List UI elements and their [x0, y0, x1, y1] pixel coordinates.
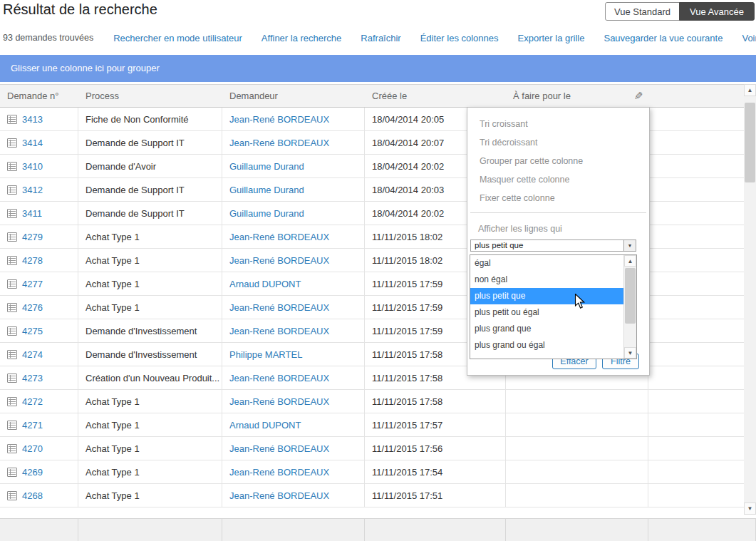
scrollbar-thumb[interactable] [745, 103, 755, 182]
request-form-icon [7, 491, 17, 500]
operator-option[interactable]: plus petit ou égal [470, 304, 624, 321]
column-header[interactable]: Demandeur [222, 85, 365, 107]
row-filler [648, 413, 744, 436]
cell-process: Achat Type 1 [78, 225, 222, 248]
request-number-link[interactable]: 4278 [22, 255, 43, 266]
requester-link[interactable]: Arnaud DUPONT [229, 279, 301, 289]
operator-option[interactable]: plus petit que [470, 288, 624, 304]
column-header[interactable]: À faire pour le [506, 85, 648, 107]
cell-created: 11/11/2015 17:58 [365, 390, 506, 413]
requester-link[interactable]: Jean-René BORDEAUX [229, 467, 329, 478]
header-filler [648, 85, 756, 107]
menu-item[interactable]: Fixer cette colonne [467, 189, 649, 207]
row-filler [648, 366, 744, 389]
request-number-link[interactable]: 4270 [22, 443, 43, 454]
cell-request-number: 3411 [0, 202, 78, 225]
table-row[interactable]: 4269Achat Type 1Jean-René BORDEAUX11/11/… [0, 460, 744, 484]
dropdown-scroll-down-icon[interactable]: ▼ [624, 347, 636, 359]
vertical-scrollbar[interactable]: ▲ ▼ [744, 84, 756, 515]
requester-link[interactable]: Philippe MARTEL [229, 349, 302, 360]
request-number-link[interactable]: 4276 [22, 302, 43, 313]
requester-link[interactable]: Jean-René BORDEAUX [229, 326, 329, 336]
toolbar-link[interactable]: Éditer les colonnes [420, 33, 499, 43]
requester-link[interactable]: Guillaume Durand [229, 161, 304, 172]
menu-item[interactable]: Grouper par cette colonne [467, 152, 649, 170]
toolbar-link[interactable]: Sauvegarder la vue courante [604, 33, 723, 43]
vue-avancee-button[interactable]: Vue Avancée [679, 2, 755, 21]
request-form-icon [7, 256, 17, 265]
vue-standard-button[interactable]: Vue Standard [605, 2, 680, 21]
row-filler [648, 131, 744, 154]
toolbar-link[interactable]: Exporter la grille [518, 33, 585, 43]
table-row[interactable]: 4270Achat Type 1Jean-René BORDEAUX11/11/… [0, 437, 744, 460]
toolbar-link[interactable]: Affiner la recherche [262, 33, 342, 43]
requester-link[interactable]: Arnaud DUPONT [229, 420, 301, 431]
grid-header: Demande n°ProcessDemandeurCréée leÀ fair… [0, 84, 756, 108]
request-number-link[interactable]: 4272 [22, 396, 43, 407]
table-row[interactable]: 4272Achat Type 1Jean-René BORDEAUX11/11/… [0, 390, 744, 413]
requester-link[interactable]: Jean-René BORDEAUX [229, 490, 329, 501]
requester-link[interactable]: Jean-René BORDEAUX [229, 232, 329, 242]
footer-cell [365, 519, 506, 541]
dropdown-scroll-up-icon[interactable]: ▲ [624, 255, 636, 267]
request-number-link[interactable]: 3414 [22, 138, 43, 148]
scroll-up-icon[interactable]: ▲ [744, 84, 756, 96]
group-drop-zone[interactable]: Glisser une colonne ici pour grouper [0, 55, 756, 82]
table-row[interactable]: 4271Achat Type 1Arnaud DUPONT11/11/2015 … [0, 413, 744, 437]
request-number-link[interactable]: 4274 [22, 349, 43, 360]
row-filler [648, 178, 744, 201]
column-header[interactable]: Créée le [365, 85, 506, 107]
toolbar-link[interactable]: Rafraîchir [361, 33, 400, 43]
menu-item[interactable]: Masquer cette colonne [467, 170, 649, 189]
row-filler [648, 319, 744, 342]
request-number-link[interactable]: 3413 [22, 114, 43, 125]
requester-link[interactable]: Jean-René BORDEAUX [229, 114, 329, 125]
operator-select[interactable]: plus petit que ▼ [470, 239, 636, 252]
cell-request-number: 4279 [0, 225, 78, 248]
requester-link[interactable]: Jean-René BORDEAUX [229, 373, 329, 383]
request-number-link[interactable]: 4271 [22, 420, 43, 431]
dropdown-scrollbar-thumb[interactable] [625, 268, 636, 324]
request-number-link[interactable]: 4269 [22, 467, 43, 478]
scroll-down-icon[interactable]: ▼ [744, 503, 756, 515]
dropdown-arrow-icon[interactable]: ▼ [623, 240, 636, 251]
requester-link[interactable]: Jean-René BORDEAUX [229, 302, 329, 313]
cell-requester: Jean-René BORDEAUX [222, 484, 365, 507]
operator-listbox-items: égalnon égalplus petit queplus petit ou … [470, 255, 636, 354]
requester-link[interactable]: Jean-René BORDEAUX [229, 255, 329, 266]
cell-due [506, 390, 648, 413]
request-number-link[interactable]: 4279 [22, 232, 43, 242]
request-number-link[interactable]: 4273 [22, 373, 43, 383]
menu-item[interactable]: Tri décroissant [467, 133, 649, 152]
request-number-link[interactable]: 4277 [22, 279, 43, 289]
requester-link[interactable]: Jean-René BORDEAUX [229, 396, 329, 407]
cell-process: Achat Type 1 [78, 484, 222, 507]
requester-link[interactable]: Guillaume Durand [229, 208, 304, 219]
request-number-link[interactable]: 3411 [22, 208, 42, 219]
requester-link[interactable]: Guillaume Durand [229, 185, 304, 195]
operator-option[interactable]: égal [470, 255, 624, 272]
edit-column-pencil-icon[interactable]: ✎ [634, 90, 643, 103]
cell-process: Demande de Support IT [78, 178, 222, 201]
request-number-link[interactable]: 3410 [22, 161, 43, 172]
operator-option[interactable]: plus grand ou égal [470, 337, 624, 354]
toolbar-link[interactable]: Voir le graphique [742, 33, 756, 43]
dropdown-scrollbar[interactable]: ▲ ▼ [623, 255, 636, 359]
row-filler [648, 390, 744, 413]
request-number-link[interactable]: 4275 [22, 326, 43, 336]
cell-request-number: 4278 [0, 249, 78, 272]
cell-request-number: 4275 [0, 319, 78, 342]
operator-option[interactable]: plus grand que [470, 321, 624, 337]
request-form-icon [7, 185, 17, 195]
column-header[interactable]: Demande n° [0, 85, 78, 107]
request-number-link[interactable]: 4268 [22, 490, 43, 501]
column-header[interactable]: Process [78, 85, 222, 107]
operator-option[interactable]: non égal [470, 272, 624, 288]
requester-link[interactable]: Jean-René BORDEAUX [229, 138, 329, 148]
menu-item[interactable]: Tri croissant [467, 115, 649, 133]
menu-separator [470, 212, 646, 213]
toolbar-link[interactable]: Rechercher en mode utilisateur [113, 33, 242, 43]
requester-link[interactable]: Jean-René BORDEAUX [229, 443, 329, 454]
request-number-link[interactable]: 3412 [22, 185, 43, 195]
table-row[interactable]: 4268Achat Type 1Jean-René BORDEAUX11/11/… [0, 484, 744, 507]
